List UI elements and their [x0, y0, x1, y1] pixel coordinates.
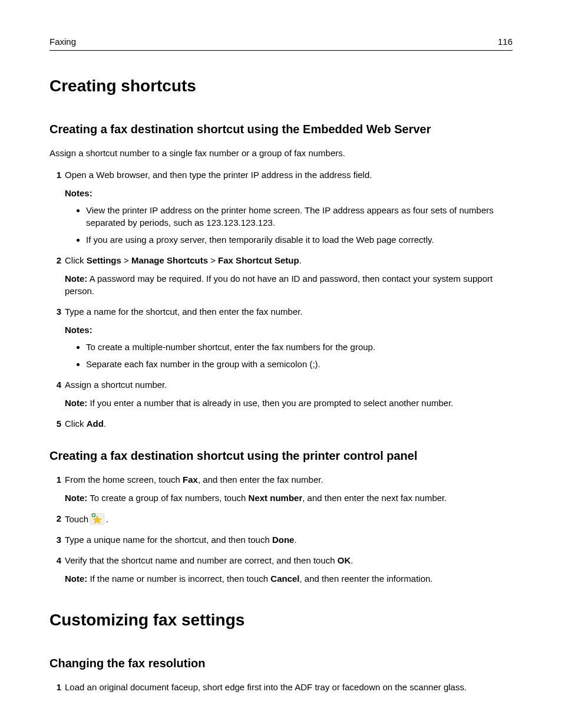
subheading-control-panel: Creating a fax destination shortcut usin…	[49, 447, 513, 464]
step-1-text: Load an original document faceup, short …	[65, 682, 467, 692]
subheading-ews: Creating a fax destination shortcut usin…	[49, 121, 513, 137]
step-3-notes: To create a multiple‑number shortcut, en…	[65, 341, 513, 370]
step-1-note: Note: To create a group of fax numbers, …	[65, 492, 513, 504]
steps-control-panel: From the home screen, touch Fax, and the…	[49, 473, 513, 585]
step-5: Click Add.	[49, 417, 513, 430]
step-2-text: Click Settings > Manage Shortcuts > Fax …	[65, 255, 302, 265]
step-4-note: Note: If the name or number is incorrect…	[65, 572, 513, 585]
step-2-note: Note: A password may be required. If you…	[65, 272, 513, 297]
step-3: Type a unique name for the shortcut, and…	[49, 533, 513, 546]
step-3: Type a name for the shortcut, and then e…	[49, 305, 513, 370]
step-2: Click Settings > Manage Shortcuts > Fax …	[49, 254, 513, 297]
note-item: View the printer IP address on the print…	[86, 204, 513, 229]
step-4: Assign a shortcut number. Note: If you e…	[49, 378, 513, 409]
step-4: Verify that the shortcut name and number…	[49, 554, 513, 585]
step-4-text: Verify that the shortcut name and number…	[65, 555, 353, 565]
heading-customizing-fax-settings: Customizing fax settings	[49, 608, 513, 631]
step-3-text: Type a unique name for the shortcut, and…	[65, 535, 297, 545]
step-1: From the home screen, touch Fax, and the…	[49, 473, 513, 504]
intro-text: Assign a shortcut number to a single fax…	[49, 147, 513, 159]
star-shortcut-icon	[90, 512, 105, 525]
step-4-note: Note: If you enter a number that is alre…	[65, 397, 513, 409]
subheading-fax-resolution: Changing the fax resolution	[49, 655, 513, 671]
header-section: Faxing	[49, 35, 76, 48]
notes-label: Notes:	[65, 187, 513, 199]
step-2: Touch .	[49, 512, 513, 525]
note-item: To create a multiple‑number shortcut, en…	[86, 341, 513, 353]
note-item: If you are using a proxy server, then te…	[86, 233, 513, 246]
heading-creating-shortcuts: Creating shortcuts	[49, 74, 513, 97]
step-1: Load an original document faceup, short …	[49, 681, 513, 693]
header-page-number: 116	[498, 35, 513, 48]
step-1-notes: View the printer IP address on the print…	[65, 204, 513, 246]
note-item: Separate each fax number in the group wi…	[86, 358, 513, 370]
steps-ews: Open a Web browser, and then type the pr…	[49, 169, 513, 430]
step-1: Open a Web browser, and then type the pr…	[49, 169, 513, 246]
step-4-text: Assign a shortcut number.	[65, 380, 167, 390]
step-1-text: Open a Web browser, and then type the pr…	[65, 170, 372, 180]
notes-label: Notes:	[65, 324, 513, 336]
steps-resolution: Load an original document faceup, short …	[49, 681, 513, 693]
step-5-text: Click Add.	[65, 419, 106, 429]
page-header: Faxing 116	[49, 35, 513, 51]
step-1-text: From the home screen, touch Fax, and the…	[65, 475, 323, 485]
step-2-text: Touch .	[65, 512, 513, 525]
step-3-text: Type a name for the shortcut, and then e…	[65, 307, 303, 317]
